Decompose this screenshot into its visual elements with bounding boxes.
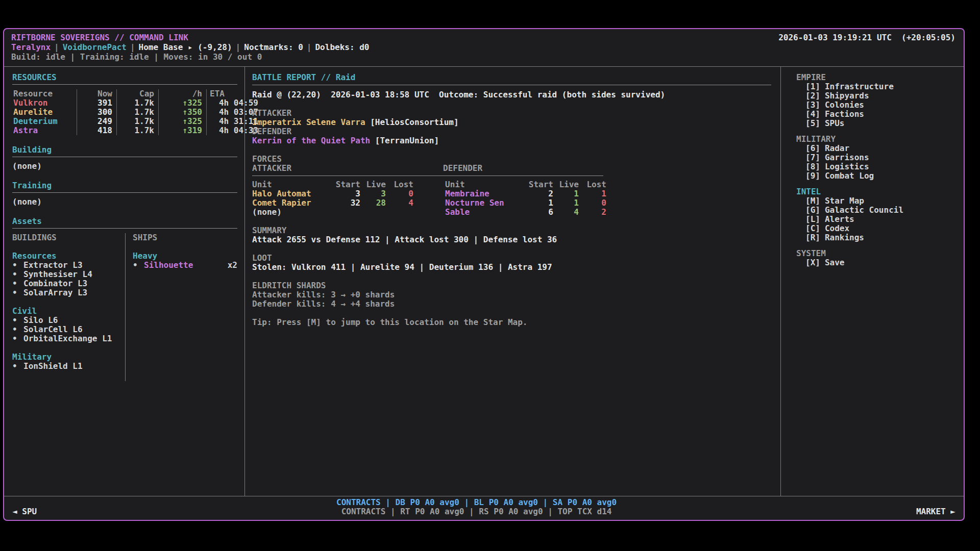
divider [12,84,237,85]
ships-list: SHIPS Heavy •Silhouettex2 [126,233,237,381]
menu-item-spus[interactable]: [5]SPUs [796,119,960,128]
hotkey: [L] [805,214,820,224]
battle-report-panel: BATTLE REPORT // Raid Raid @ (22,20) 202… [245,67,781,496]
ships-title: SHIPS [133,233,237,242]
resource-cap: 1.7k [116,117,158,126]
hotkey: [4] [805,109,820,119]
clock: 2026-01-03 19:19:21 UTC (+20:05:05) [778,33,955,42]
contracts-line-2: CONTRACTS | RT P0 A0 avg0 | RS P0 A0 avg… [336,507,617,516]
menu-item-radar[interactable]: [6]Radar [796,144,960,153]
menu-item-rankings[interactable]: [R]Rankings [796,233,960,242]
building-title: Building [12,145,237,155]
next-panel-button[interactable]: MARKET ► [916,507,955,516]
defender-name: Kerrin of the Quiet Path [252,136,370,145]
hotkey: [9] [805,171,820,181]
hotkey: [M] [805,196,820,206]
menu-item-garrisons[interactable]: [7]Garrisons [796,153,960,162]
command-link-window: RIFTBORNE SOVEREIGNS // COMMAND LINK 202… [3,28,965,521]
building-queue-empty: (none) [12,162,237,171]
unit-col-header: Unit [252,180,329,189]
menu-section-title: SYSTEM [796,249,960,258]
header: RIFTBORNE SOVEREIGNS // COMMAND LINK 202… [4,29,964,66]
unit-lost: 0 [386,189,413,198]
menu-item-shipyards[interactable]: [2]Shipyards [796,91,960,101]
building-group-title: Civil [12,307,125,316]
resource-cap: 1.7k [116,108,158,117]
resource-now: 418 [77,126,116,135]
buildings-list: BUILDINGS Resources •Extractor L3 •Synth… [12,233,126,381]
prev-panel-button[interactable]: ◄ SPU [12,507,37,516]
training-queue-empty: (none) [12,197,237,207]
menu-item-galactic-council[interactable]: [G]Galactic Council [796,206,960,215]
building-item: SolarCell L6 [23,325,83,334]
live-col-header: Live [553,180,579,189]
attacker-units-table: Unit Start Live Lost Halo Automat 3 3 0 … [252,180,413,217]
loot-label: LOOT [252,254,771,263]
bullet-icon: • [12,334,23,343]
menu-item-label: Star Map [825,196,864,206]
menu-item-alerts[interactable]: [L]Alerts [796,215,960,224]
menu-item-infrastructure[interactable]: [1]Infrastructure [796,82,960,91]
building-item: Extractor L3 [23,261,83,270]
unit-live: 1 [553,198,579,208]
hotkey: [7] [805,153,820,162]
lost-col-header: Lost [386,180,413,189]
building-item: OrbitalExchange L1 [23,334,112,343]
resource-name: Astra [12,126,77,135]
col-header-now: Now [77,89,116,98]
menu-item-codex[interactable]: [C]Codex [796,224,960,233]
building-item: Combinator L3 [23,279,87,288]
shards-attacker-line: Attacker kills: 3 → +0 shards [252,290,771,299]
ship-group: Heavy •Silhouettex2 [133,252,237,270]
divider [12,157,237,157]
menu-item-save[interactable]: [X]Save [796,258,960,267]
start-col-header: Start [522,180,553,189]
assets-title: Assets [12,217,237,226]
pact-name: VoidbornePact [63,42,127,52]
hotkey: [1] [805,82,820,91]
app-title: RIFTBORNE SOVEREIGNS // COMMAND LINK [11,33,188,42]
shards-defender-line: Defender kills: 4 → +4 shards [252,299,771,309]
hotkey: [2] [805,91,820,101]
menu-item-factions[interactable]: [4]Factions [796,110,960,119]
menu-item-label: Shipyards [825,91,869,101]
ship-name: Silhouette [144,261,193,270]
resource-rate: ↑325 [158,117,206,126]
menu-item-label: Radar [825,143,849,153]
menu-item-label: Rankings [825,233,864,242]
unit-start: 1 [522,198,553,208]
report-title: BATTLE REPORT // Raid [252,73,771,82]
unit-live: 3 [360,189,386,198]
base-panel: RESOURCES Resource Now Cap /h ETA Vulkro… [4,67,245,496]
list-item: •Combinator L3 [12,279,125,288]
divider [252,85,771,85]
forces-label: FORCES [252,155,771,164]
menu-item-colonies[interactable]: [3]Colonies [796,101,960,110]
dolbeks-count: Dolbeks: d0 [315,42,369,52]
building-group-title: Resources [12,252,125,261]
menu-section-empire: EMPIRE [1]Infrastructure [2]Shipyards [3… [796,73,960,128]
hotkey: [C] [805,223,820,233]
menu-item-logistics[interactable]: [8]Logistics [796,162,960,171]
unit-name: Halo Automat [252,189,329,198]
unit-name: (none) [252,208,329,217]
unit-name: Membraine [445,189,522,198]
building-item: SolarArray L3 [23,288,87,297]
menu-section-intel: INTEL [M]Star Map [G]Galactic Council [L… [796,187,960,242]
noctmarks-count: Noctmarks: 0 [244,42,303,52]
summary-label: SUMMARY [252,226,771,235]
bullet-icon: • [12,316,23,325]
unit-live [360,208,386,217]
unit-lost: 1 [579,189,606,198]
bullet-icon: • [133,261,144,270]
menu-item-combat-log[interactable]: [9]Combat Log [796,171,960,181]
attacker-label: ATTACKER [252,109,771,118]
menu-item-star-map[interactable]: [M]Star Map [796,196,960,206]
col-header-cap: Cap [116,89,158,98]
hotkey: [6] [805,143,820,153]
menu-item-label: Save [825,258,845,267]
resource-now: 391 [77,98,116,108]
divider-pipe: | [51,42,63,52]
resource-rate: ↑350 [158,108,206,117]
command-menu: EMPIRE [1]Infrastructure [2]Shipyards [3… [781,67,964,496]
